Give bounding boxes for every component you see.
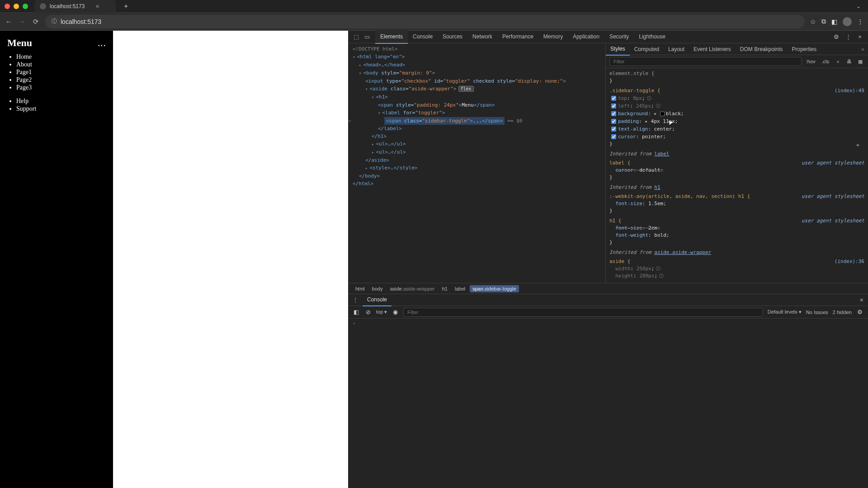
styles-tab-layout[interactable]: Layout — [664, 43, 689, 55]
flex-badge[interactable]: flex — [458, 86, 474, 92]
cls-toggle[interactable]: .cls — [820, 59, 831, 64]
styles-tab-listeners[interactable]: Event Listeners — [689, 43, 736, 55]
console-sidebar-icon[interactable]: ◧ — [353, 309, 360, 315]
dom-node[interactable]: </body> — [353, 172, 605, 180]
close-tab-icon[interactable]: × — [95, 3, 99, 10]
styles-more-icon[interactable]: » — [858, 46, 868, 52]
info-icon[interactable]: ⓘ — [656, 103, 660, 108]
add-property-icon[interactable]: ＋ — [855, 141, 861, 149]
context-selector[interactable]: top ▾ — [376, 309, 387, 315]
crumb[interactable]: html — [353, 285, 368, 292]
clear-console-icon[interactable]: ⊘ — [364, 309, 372, 315]
crumb[interactable]: body — [369, 285, 386, 292]
drawer-close-icon[interactable]: × — [855, 296, 868, 304]
close-devtools-icon[interactable]: × — [856, 33, 863, 40]
tab-console[interactable]: Console — [408, 30, 438, 44]
rule-checkbox[interactable] — [611, 96, 616, 101]
dom-node[interactable]: </h1> — [353, 132, 605, 140]
dom-node[interactable]: <h1> — [376, 94, 388, 100]
nav-item[interactable]: Help — [16, 98, 106, 105]
menu-icon[interactable]: ⋮ — [857, 18, 863, 25]
styles-tab-computed[interactable]: Computed — [630, 43, 664, 55]
rule-selector[interactable]: :-webkit-any(article, aside, nav, sectio… — [609, 193, 750, 199]
info-icon[interactable]: ⓘ — [647, 96, 651, 101]
computed-toggle-icon[interactable]: ▦ — [856, 59, 864, 65]
console-filter-input[interactable] — [403, 308, 763, 317]
dom-node[interactable]: </aside> — [353, 156, 605, 164]
back-button[interactable]: ← — [5, 18, 13, 25]
console-prompt[interactable] — [353, 320, 863, 326]
styles-rules[interactable]: element.style {} (index):49 .sidebar-tog… — [606, 68, 868, 283]
dom-selected-node[interactable]: ⋯<span class="sidebar-toggle">...</span>… — [353, 117, 605, 125]
nav-item[interactable]: Page2 — [16, 76, 106, 84]
nav-item[interactable]: Page3 — [16, 84, 106, 91]
fullscreen-window-icon[interactable] — [23, 4, 28, 9]
extensions-icon[interactable]: ⧉ — [821, 18, 826, 25]
tab-performance[interactable]: Performance — [497, 30, 538, 44]
rule-selector[interactable]: .sidebar-toggle { — [609, 88, 660, 94]
issues-badge[interactable]: No Issues — [806, 310, 828, 315]
rule-selector[interactable]: label { — [609, 160, 630, 166]
rule-source-link[interactable]: (index):49 — [835, 87, 864, 94]
console-body[interactable] — [348, 319, 868, 488]
nav-item[interactable]: About — [16, 61, 106, 68]
drawer-kebab-icon[interactable]: ⋮ — [348, 297, 363, 303]
crumb[interactable]: h1 — [439, 285, 450, 292]
color-swatch-icon[interactable] — [660, 112, 665, 116]
bookmark-icon[interactable]: ☆ — [810, 18, 816, 25]
device-toggle-icon[interactable]: ▭ — [363, 33, 371, 40]
dom-node[interactable]: <head> — [363, 62, 381, 68]
print-icon[interactable]: 🖶 — [845, 59, 854, 64]
styles-filter-input[interactable] — [609, 57, 802, 66]
styles-tab-styles[interactable]: Styles — [606, 43, 630, 56]
rule-selector[interactable]: element.style { — [609, 70, 654, 76]
crumb[interactable]: label — [452, 285, 468, 292]
live-expression-icon[interactable]: ◉ — [392, 309, 399, 315]
nav-item[interactable]: Home — [16, 53, 106, 61]
inspect-icon[interactable]: ⬚ — [353, 33, 360, 40]
styles-tab-properties[interactable]: Properties — [788, 43, 821, 55]
tab-application[interactable]: Application — [568, 30, 604, 44]
site-info-icon[interactable]: ⓘ — [52, 18, 57, 25]
tab-memory[interactable]: Memory — [538, 30, 568, 44]
rule-selector[interactable]: h1 { — [609, 218, 622, 224]
forward-button[interactable]: → — [18, 18, 26, 25]
crumb-active[interactable]: span.sidebar-toggle — [470, 285, 519, 292]
rule-checkbox[interactable] — [611, 134, 616, 139]
kebab-icon[interactable]: ⋮ — [844, 33, 852, 40]
rule-checkbox[interactable] — [611, 111, 616, 116]
sidepanel-icon[interactable]: ◧ — [831, 18, 837, 25]
browser-tab[interactable]: localhost:5173 × — [34, 0, 116, 13]
elements-tree[interactable]: <!DOCTYPE html> <html lang="en"> <head>…… — [348, 43, 606, 283]
dom-node[interactable]: <!DOCTYPE html> — [353, 45, 605, 53]
console-settings-icon[interactable]: ⚙ — [856, 309, 863, 315]
nav-item[interactable]: Page1 — [16, 69, 106, 76]
new-rule-icon[interactable]: ＋ — [834, 58, 842, 65]
address-bar[interactable]: ⓘ localhost:5173 — [45, 15, 805, 28]
close-window-icon[interactable] — [5, 4, 10, 9]
rule-checkbox[interactable] — [611, 103, 616, 108]
sidebar-toggle-button[interactable]: ... — [98, 37, 106, 49]
rule-checkbox[interactable] — [611, 119, 616, 124]
tab-lighthouse[interactable]: Lighthouse — [634, 30, 670, 44]
dom-node[interactable]: </html> — [353, 180, 605, 188]
hidden-badge[interactable]: 2 hidden — [833, 310, 852, 315]
styles-tab-dom-bp[interactable]: DOM Breakpoints — [736, 43, 788, 55]
tab-security[interactable]: Security — [604, 30, 634, 44]
tabs-dropdown-icon[interactable]: ⌄ — [854, 3, 863, 9]
hov-toggle[interactable]: :hov — [804, 59, 817, 64]
dom-node[interactable]: <html lang="en"> — [357, 54, 405, 60]
profile-avatar[interactable] — [843, 17, 852, 26]
inherited-link[interactable]: aside.aside-wrapper — [654, 249, 711, 255]
dom-node[interactable]: </label> — [353, 125, 605, 132]
crumb[interactable]: aside.aside-wrapper — [387, 285, 438, 292]
rule-checkbox[interactable] — [611, 127, 616, 131]
reload-button[interactable]: ⟳ — [32, 18, 40, 26]
rule-source-link[interactable]: (index):36 — [835, 258, 864, 265]
log-levels-selector[interactable]: Default levels ▾ — [768, 309, 802, 315]
tab-network[interactable]: Network — [467, 30, 497, 44]
inherited-link[interactable]: h1 — [654, 184, 660, 190]
nav-item[interactable]: Support — [16, 105, 106, 113]
inherited-link[interactable]: label — [654, 151, 669, 157]
settings-icon[interactable]: ⚙ — [833, 33, 840, 40]
